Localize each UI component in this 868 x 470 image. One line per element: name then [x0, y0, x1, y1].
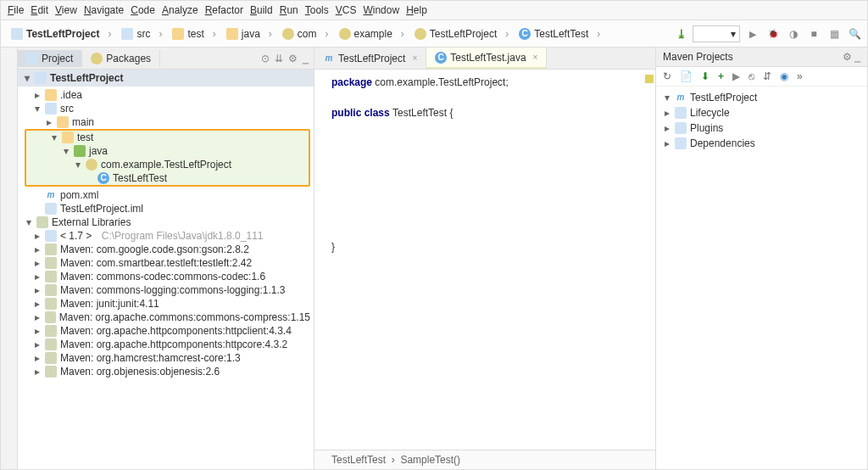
add-icon[interactable]: +	[718, 70, 724, 82]
menu-bar: File Edit View Navigate Code Analyze Ref…	[1, 1, 867, 20]
search-button[interactable]: 🔍	[847, 26, 862, 42]
maven-deps[interactable]: ▸Dependencies	[659, 136, 864, 151]
settings-icon[interactable]: ⚙	[843, 51, 852, 63]
scroll-from-source-icon[interactable]: ⊙	[261, 53, 270, 64]
lib-icon	[45, 366, 57, 378]
show-deps-icon[interactable]: ◉	[780, 70, 788, 82]
tree-lib[interactable]: ▸Maven: org.apache.commons:commons-compr…	[21, 311, 314, 324]
tree-idea[interactable]: ▸.idea	[21, 88, 314, 102]
tab-project[interactable]: Project	[18, 50, 82, 67]
crumb-src[interactable]: src	[116, 26, 167, 42]
test-src-icon	[74, 145, 86, 157]
close-icon[interactable]: ×	[533, 53, 538, 62]
crumb-java[interactable]: java	[221, 26, 277, 42]
tree-package[interactable]: ▾com.example.TestLeftProject	[26, 158, 309, 171]
maven-lifecycle[interactable]: ▸Lifecycle	[659, 105, 864, 120]
project-tool-window: Project Packages ⊙ ⇊ ⚙ ⎯ ▾TestLeftProjec…	[18, 48, 314, 469]
tree-lib[interactable]: ▸Maven: com.smartbear.testleft:testleft:…	[21, 256, 314, 270]
crumb-pkg[interactable]: TestLeftProject	[409, 26, 514, 42]
run-config-dropdown[interactable]: ▾	[693, 25, 740, 42]
highlight-box: ▾test ▾java ▾com.example.TestLeftProject…	[25, 129, 310, 187]
hide-icon[interactable]: ⎯	[854, 51, 860, 63]
download-icon[interactable]: ⬇	[701, 70, 709, 82]
build-icon[interactable]: ⤓	[676, 28, 687, 40]
collapse-icon[interactable]: »	[797, 70, 803, 82]
tree-lib[interactable]: ▸Maven: org.hamcrest:hamcrest-core:1.3	[21, 351, 314, 365]
jdk-icon	[45, 230, 57, 242]
run-icon[interactable]: ▶	[732, 70, 740, 82]
execute-icon[interactable]: ⎋	[748, 70, 754, 82]
layout-button[interactable]: ▦	[826, 26, 842, 42]
coverage-button[interactable]: ◑	[786, 26, 801, 42]
crumb-com[interactable]: com	[277, 26, 334, 42]
menu-analyze[interactable]: Analyze	[162, 4, 198, 16]
code-editor[interactable]: package com.example.TestLeftProject; pub…	[314, 70, 655, 450]
folder-icon	[45, 89, 57, 101]
tree-class[interactable]: CTestLeftTest	[26, 171, 309, 185]
menu-help[interactable]: Help	[406, 4, 427, 16]
tree-src[interactable]: ▾src	[21, 102, 314, 115]
maven-tool-window: Maven Projects ⚙ ⎯ ↻ 📄 ⬇ + ▶ ⎋ ⇵ ◉ » ▾mT…	[655, 48, 867, 469]
tree-lib[interactable]: ▸Maven: commons-codec:commons-codec:1.6	[21, 270, 314, 283]
lib-icon	[45, 257, 57, 269]
menu-view[interactable]: View	[55, 4, 77, 16]
project-root[interactable]: ▾TestLeftProject	[18, 70, 314, 87]
close-icon[interactable]: ×	[412, 53, 417, 63]
generate-sources-icon[interactable]: 📄	[680, 70, 693, 82]
nav-toolbar: TestLeftProject src test java com exampl…	[1, 20, 867, 48]
tree-jdk[interactable]: ▸< 1.7 > C:\Program Files\Java\jdk1.8.0_…	[21, 229, 314, 243]
project-icon	[26, 53, 38, 64]
crumb-class[interactable]: CTestLeftTest	[514, 26, 605, 42]
structure-breadcrumb[interactable]: TestLeftTest › SampleTest()	[314, 450, 655, 469]
editor-tab-class[interactable]: CTestLeftTest.java×	[426, 48, 547, 69]
crumb-project[interactable]: TestLeftProject	[6, 26, 116, 42]
debug-button[interactable]: 🐞	[765, 26, 781, 42]
menu-edit[interactable]: Edit	[31, 4, 48, 16]
folder-icon	[226, 28, 238, 40]
menu-run[interactable]: Run	[280, 4, 298, 16]
stop-button[interactable]: ■	[806, 26, 821, 42]
menu-navigate[interactable]: Navigate	[84, 4, 124, 16]
tree-lib[interactable]: ▸Maven: org.apache.httpcomponents:httpcl…	[21, 324, 314, 338]
hide-icon[interactable]: ⎯	[303, 53, 309, 64]
warning-marker[interactable]	[645, 75, 654, 83]
lib-icon	[45, 311, 56, 323]
tree-lib[interactable]: ▸Maven: com.google.code.gson:gson:2.8.2	[21, 243, 314, 256]
menu-file[interactable]: File	[8, 4, 24, 16]
menu-build[interactable]: Build	[250, 4, 273, 16]
menu-tools[interactable]: Tools	[305, 4, 329, 16]
tree-main[interactable]: ▸main	[21, 115, 314, 129]
crumb-test[interactable]: test	[167, 26, 220, 42]
class-icon: C	[435, 52, 447, 64]
maven-root[interactable]: ▾mTestLeftProject	[659, 90, 864, 105]
menu-code[interactable]: Code	[131, 4, 155, 16]
maven-icon: m	[675, 92, 687, 104]
tree-lib[interactable]: ▸Maven: org.objenesis:objenesis:2.6	[21, 365, 314, 378]
tree-lib[interactable]: ▸Maven: org.apache.httpcomponents:httpco…	[21, 338, 314, 351]
toggle-offline-icon[interactable]: ⇵	[763, 70, 771, 82]
menu-window[interactable]: Window	[363, 4, 399, 16]
package-icon	[91, 53, 103, 64]
deps-icon	[675, 137, 687, 149]
maven-icon: m	[323, 53, 335, 64]
reimport-icon[interactable]: ↻	[663, 70, 671, 82]
folder-icon	[45, 103, 57, 115]
tree-pom[interactable]: mpom.xml	[21, 188, 314, 202]
module-icon	[11, 28, 23, 40]
crumb-example[interactable]: example	[334, 26, 409, 42]
tree-lib[interactable]: ▸Maven: junit:junit:4.11	[21, 297, 314, 311]
maven-plugins[interactable]: ▸Plugins	[659, 120, 864, 136]
run-button[interactable]: ▶	[745, 26, 760, 42]
editor-area: mTestLeftProject× CTestLeftTest.java× pa…	[314, 48, 655, 469]
tab-packages[interactable]: Packages	[82, 50, 160, 67]
tree-iml[interactable]: TestLeftProject.iml	[21, 202, 314, 215]
menu-refactor[interactable]: Refactor	[205, 4, 243, 16]
collapse-all-icon[interactable]: ⇊	[275, 53, 283, 64]
settings-icon[interactable]: ⚙	[288, 53, 298, 64]
tree-lib[interactable]: ▸Maven: commons-logging:commons-logging:…	[21, 283, 314, 297]
menu-vcs[interactable]: VCS	[336, 4, 357, 16]
tree-java[interactable]: ▾java	[26, 144, 309, 158]
tree-test[interactable]: ▾test	[26, 131, 309, 144]
tree-external-libs[interactable]: ▾External Libraries	[21, 215, 314, 229]
editor-tab-pom[interactable]: mTestLeftProject×	[314, 48, 426, 69]
